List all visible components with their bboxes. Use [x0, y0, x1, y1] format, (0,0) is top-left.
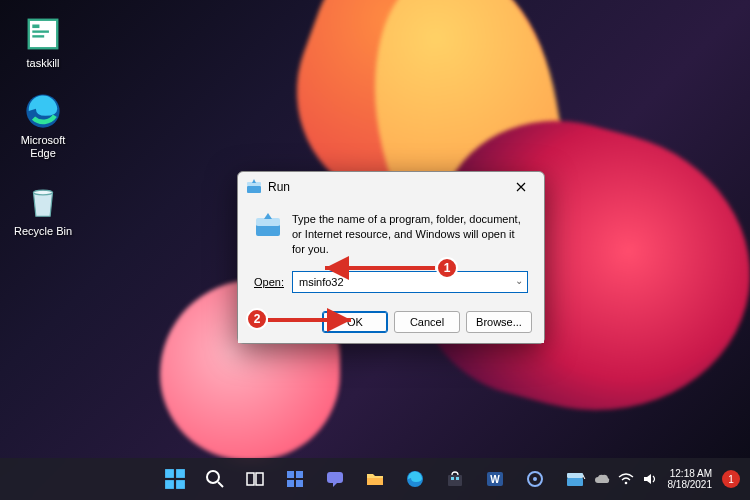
run-button-row: OK Cancel Browse... — [238, 305, 544, 343]
svg-rect-9 — [256, 218, 280, 226]
run-titlebar[interactable]: Run — [238, 172, 544, 202]
notification-badge[interactable]: 1 — [722, 470, 740, 488]
svg-rect-21 — [296, 471, 303, 478]
taskbar: W ^ 12:18 AM 8/18/2021 1 — [0, 458, 750, 500]
taskbar-clock[interactable]: 12:18 AM 8/18/2021 — [668, 468, 713, 491]
svg-rect-13 — [176, 469, 185, 478]
taskbar-store[interactable] — [437, 461, 473, 497]
svg-rect-1 — [32, 25, 39, 29]
svg-rect-24 — [327, 472, 343, 483]
run-open-row: Open: ⌄ — [238, 265, 544, 303]
svg-point-33 — [533, 477, 537, 481]
run-window-icon — [246, 179, 262, 195]
svg-rect-29 — [456, 477, 459, 480]
recycle-bin-icon — [24, 183, 62, 221]
svg-rect-34 — [567, 478, 583, 486]
ok-button[interactable]: OK — [322, 311, 388, 333]
svg-rect-20 — [287, 471, 294, 478]
taskbar-explorer[interactable] — [357, 461, 393, 497]
onedrive-icon[interactable] — [594, 473, 610, 485]
desktop-icons: taskkill Microsoft Edge Recycle Bin — [8, 15, 78, 238]
clock-time: 12:18 AM — [668, 468, 713, 480]
svg-rect-3 — [32, 35, 44, 37]
run-dialog: Run Type the name of a program, folder, … — [237, 171, 545, 344]
taskbar-search[interactable] — [197, 461, 233, 497]
desktop-icon-label: Microsoft Edge — [21, 134, 66, 160]
svg-rect-23 — [296, 480, 303, 487]
browse-button[interactable]: Browse... — [466, 311, 532, 333]
edge-icon — [24, 92, 62, 130]
svg-point-5 — [34, 190, 53, 195]
desktop-icon-taskkill[interactable]: taskkill — [8, 15, 78, 70]
desktop-icon-recycle-bin[interactable]: Recycle Bin — [8, 183, 78, 238]
svg-rect-19 — [256, 473, 263, 485]
taskbar-run[interactable] — [557, 461, 593, 497]
svg-rect-22 — [287, 480, 294, 487]
svg-rect-6 — [247, 186, 261, 193]
run-folder-icon — [254, 212, 282, 240]
desktop-icon-edge[interactable]: Microsoft Edge — [8, 92, 78, 160]
svg-rect-18 — [247, 473, 254, 485]
svg-rect-35 — [567, 473, 583, 478]
taskbar-center: W — [157, 461, 593, 497]
svg-rect-12 — [165, 469, 174, 478]
clock-date: 8/18/2021 — [668, 479, 713, 491]
open-combobox[interactable]: ⌄ — [292, 271, 528, 293]
taskbar-word[interactable]: W — [477, 461, 513, 497]
svg-point-36 — [624, 482, 627, 485]
taskbar-chat[interactable] — [317, 461, 353, 497]
svg-line-17 — [218, 482, 223, 487]
svg-rect-28 — [451, 477, 454, 480]
svg-rect-27 — [448, 475, 462, 486]
svg-rect-0 — [29, 20, 58, 49]
run-title: Run — [268, 180, 506, 194]
run-body: Type the name of a program, folder, docu… — [238, 202, 544, 265]
cancel-button[interactable]: Cancel — [394, 311, 460, 333]
taskbar-settings[interactable] — [517, 461, 553, 497]
desktop-icon-label: Recycle Bin — [14, 225, 72, 238]
open-label: Open: — [254, 276, 284, 288]
close-button[interactable] — [506, 172, 536, 202]
start-button[interactable] — [157, 461, 193, 497]
desktop-icon-label: taskkill — [26, 57, 59, 70]
wifi-icon[interactable] — [618, 473, 634, 485]
svg-rect-14 — [165, 480, 174, 489]
svg-text:W: W — [490, 474, 500, 485]
volume-icon[interactable] — [642, 473, 658, 485]
taskbar-taskview[interactable] — [237, 461, 273, 497]
taskbar-widgets[interactable] — [277, 461, 313, 497]
taskbar-right: ^ 12:18 AM 8/18/2021 1 — [580, 468, 750, 491]
svg-rect-15 — [176, 480, 185, 489]
taskbar-edge[interactable] — [397, 461, 433, 497]
svg-rect-2 — [32, 30, 49, 32]
run-description: Type the name of a program, folder, docu… — [292, 212, 528, 257]
svg-rect-25 — [367, 478, 383, 485]
open-input[interactable] — [292, 271, 528, 293]
svg-point-16 — [207, 471, 219, 483]
batch-file-icon — [24, 15, 62, 53]
